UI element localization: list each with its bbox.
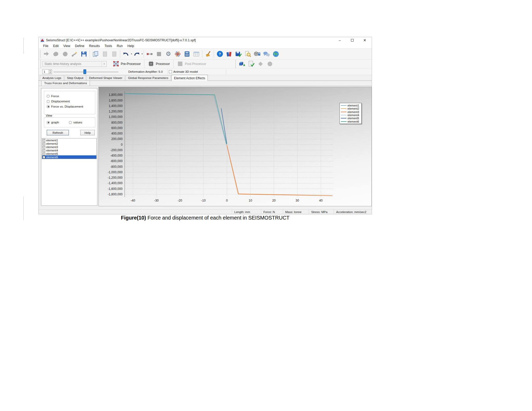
title-bar[interactable]: SeismoStruct [E:\C++\C++ examples\Pushov… bbox=[39, 37, 372, 43]
menu-file[interactable]: File bbox=[41, 44, 51, 48]
repair-tools-icon[interactable] bbox=[70, 49, 79, 59]
web-globe-icon[interactable] bbox=[271, 49, 281, 59]
displacement-radio[interactable] bbox=[47, 100, 50, 103]
settings-gear-icon[interactable]: ⚙ bbox=[164, 49, 173, 59]
graph-radio-row[interactable]: graph bbox=[44, 121, 59, 124]
svg-text:-30: -30 bbox=[154, 199, 159, 202]
export-blob-icon[interactable] bbox=[265, 59, 275, 69]
documentation-books-icon[interactable] bbox=[224, 49, 234, 59]
force-vs-displacement-radio[interactable] bbox=[47, 105, 50, 108]
spreadsheet-icon[interactable] bbox=[192, 49, 201, 59]
force-radio-label: Force bbox=[51, 94, 59, 98]
menu-edit[interactable]: Edit bbox=[51, 44, 61, 48]
svg-text:-1,400,000: -1,400,000 bbox=[108, 181, 123, 185]
processor-button[interactable]: Processor bbox=[145, 60, 172, 68]
element1-checkbox[interactable]: ✓ bbox=[43, 139, 45, 142]
import-arrow-icon[interactable] bbox=[42, 49, 51, 59]
menu-define[interactable]: Define bbox=[73, 44, 87, 48]
tab-element-action-effects[interactable]: Element Action Effects bbox=[171, 75, 208, 81]
check-icon: ✓ bbox=[43, 142, 45, 145]
force-radio[interactable] bbox=[47, 95, 50, 98]
help-icon[interactable]: ? bbox=[215, 49, 224, 59]
list-item-element4[interactable]: ✓ element4 bbox=[42, 149, 96, 152]
list-item-element6-selected[interactable]: ✓ element6 bbox=[42, 155, 96, 159]
element5-label: element5 bbox=[46, 152, 58, 155]
toolbar-gripper[interactable] bbox=[40, 50, 41, 58]
analysis-type-dropdown[interactable]: Static time-history analysis ▾ bbox=[42, 61, 107, 67]
slider-thumb[interactable] bbox=[83, 69, 86, 74]
checkbox-box[interactable] bbox=[169, 70, 172, 73]
force-vs-displacement-radio-row[interactable]: Force vs. Displacement bbox=[44, 104, 95, 109]
disconnect-icon[interactable] bbox=[145, 49, 154, 59]
step-spinbox[interactable]: 1 ▲ ▼ bbox=[42, 69, 52, 74]
run-analysis-icon[interactable] bbox=[173, 49, 182, 59]
clean-broom-icon[interactable] bbox=[203, 49, 213, 59]
chart-panel: -1,800,000-1,600,000-1,400,000-1,200,000… bbox=[98, 87, 372, 206]
maximize-button[interactable] bbox=[349, 38, 355, 42]
minimize-button[interactable]: – bbox=[337, 38, 343, 42]
save-icon[interactable] bbox=[79, 49, 89, 59]
legend-line-swatch bbox=[341, 121, 347, 122]
legend-item: element2 bbox=[341, 107, 360, 110]
tab-deformed-shape-viewer[interactable]: Deformed Shape Viewer bbox=[87, 75, 125, 81]
redo-dropdown-chevron[interactable]: ▾ bbox=[142, 53, 143, 55]
element4-checkbox[interactable]: ✓ bbox=[43, 149, 45, 152]
menu-tools[interactable]: Tools bbox=[102, 44, 114, 48]
menu-help[interactable]: Help bbox=[125, 44, 137, 48]
element5-checkbox[interactable]: ✓ bbox=[43, 153, 45, 155]
menu-results[interactable]: Results bbox=[87, 44, 102, 48]
menu-bar: File Edit View Define Results Tools Run … bbox=[39, 43, 372, 49]
menu-run[interactable]: Run bbox=[115, 44, 125, 48]
tab-analysis-logs[interactable]: Analysis Logs bbox=[40, 75, 64, 81]
save-report-icon[interactable] bbox=[234, 49, 243, 59]
refresh-button[interactable]: Refresh bbox=[47, 130, 69, 135]
feedback-bubbles-icon[interactable] bbox=[262, 49, 271, 59]
svg-text:800,000: 800,000 bbox=[111, 121, 123, 124]
list-item-element5[interactable]: ✓ element5 bbox=[42, 152, 96, 155]
close-button[interactable]: ✕ bbox=[362, 38, 368, 42]
force-radio-row[interactable]: Force bbox=[44, 94, 95, 99]
menu-view[interactable]: View bbox=[61, 44, 73, 48]
values-radio-row[interactable]: values bbox=[59, 121, 82, 124]
values-radio[interactable] bbox=[69, 121, 72, 124]
tab-truss-forces-deformations[interactable]: Truss Forces and Deformations bbox=[41, 81, 90, 86]
pre-processor-button[interactable]: Pre-Processor bbox=[110, 60, 143, 68]
close-model-icon[interactable] bbox=[61, 49, 70, 59]
report-check-icon[interactable] bbox=[247, 59, 256, 69]
tab-step-output[interactable]: Step Output bbox=[64, 75, 86, 81]
element-list[interactable]: ✓ element1 ✓ element2 ✓ element3 ✓ eleme… bbox=[42, 138, 97, 159]
redo-icon[interactable] bbox=[132, 49, 141, 59]
help-button[interactable]: Help bbox=[80, 130, 95, 135]
question-glyph: ? bbox=[218, 52, 221, 56]
legend-item: element4 bbox=[341, 114, 360, 117]
list-item-element3[interactable]: ✓ element3 bbox=[42, 145, 96, 149]
spin-down-icon[interactable]: ▼ bbox=[49, 72, 52, 74]
copy-pages-icon[interactable] bbox=[91, 49, 100, 59]
step-slider[interactable] bbox=[54, 69, 118, 74]
blank-page-icon[interactable] bbox=[100, 49, 110, 59]
tab-global-response-parameters[interactable]: Global Response Parameters bbox=[125, 75, 171, 81]
undo-icon[interactable] bbox=[121, 49, 131, 59]
print-preview-icon[interactable] bbox=[243, 49, 252, 59]
displacement-radio-row[interactable]: Displacement bbox=[44, 99, 95, 104]
toolbar-gripper[interactable] bbox=[40, 60, 41, 68]
post-processor-button[interactable]: Post-Processor bbox=[175, 60, 209, 68]
spin-up-icon[interactable]: ▲ bbox=[49, 70, 52, 72]
open-model-icon[interactable] bbox=[51, 49, 61, 59]
list-item-element1[interactable]: ✓ element1 bbox=[42, 138, 96, 142]
calculator-icon[interactable] bbox=[182, 49, 192, 59]
graph-radio[interactable] bbox=[47, 121, 50, 124]
list-item-element2[interactable]: ✓ element2 bbox=[42, 142, 96, 145]
stop-icon[interactable] bbox=[154, 49, 164, 59]
media-animation-icon[interactable] bbox=[252, 49, 262, 59]
element2-checkbox[interactable]: ✓ bbox=[43, 142, 45, 145]
animate-3d-checkbox[interactable]: Animate 3D model bbox=[169, 70, 198, 73]
analysis-type-value: Static time-history analysis bbox=[44, 62, 81, 66]
blank-page-2-icon[interactable] bbox=[110, 49, 119, 59]
element6-checkbox[interactable]: ✓ bbox=[43, 156, 45, 158]
element3-label: element3 bbox=[46, 145, 58, 149]
element3-checkbox[interactable]: ✓ bbox=[43, 146, 45, 148]
diamond-icon[interactable] bbox=[256, 59, 265, 69]
toolbar-gripper[interactable] bbox=[235, 60, 236, 68]
model-3d-icon[interactable] bbox=[237, 59, 247, 69]
